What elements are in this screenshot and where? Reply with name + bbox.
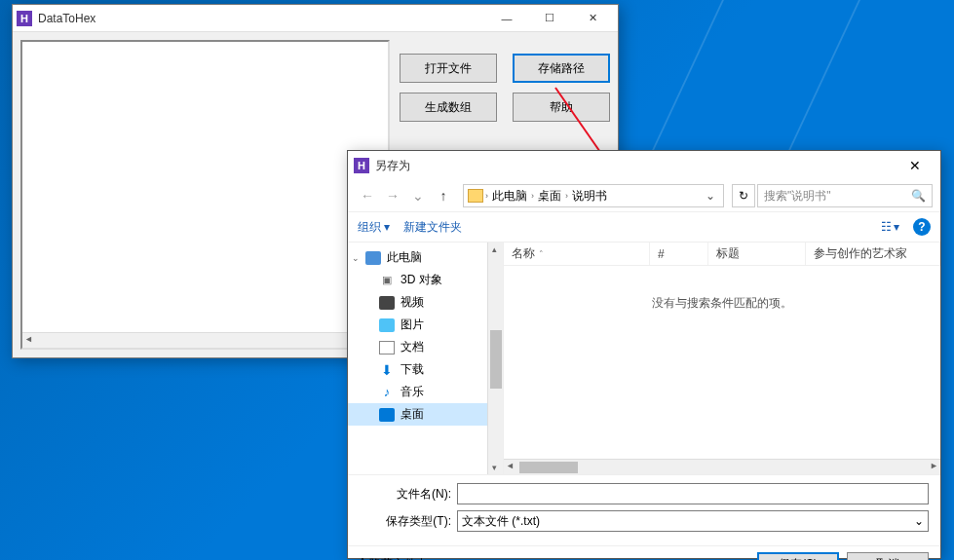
filename-input[interactable] bbox=[457, 483, 929, 504]
cancel-button[interactable]: 取消 bbox=[847, 552, 929, 560]
folder-icon bbox=[468, 189, 483, 203]
save-button[interactable]: 保存(S) bbox=[757, 552, 839, 560]
save-path-button[interactable]: 存储路径 bbox=[513, 54, 610, 83]
breadcrumb-root[interactable]: 此电脑 bbox=[490, 188, 529, 205]
dialog-titlebar[interactable]: H 另存为 ✕ bbox=[348, 151, 940, 180]
doc-icon bbox=[379, 341, 395, 355]
dialog-toolbar: 组织▾ 新建文件夹 ☷ ▾ ? bbox=[348, 211, 940, 243]
empty-message: 没有与搜索条件匹配的项。 bbox=[504, 266, 940, 341]
breadcrumb-dropdown[interactable]: ⌄ bbox=[702, 189, 719, 203]
breadcrumb-folder[interactable]: 说明书 bbox=[570, 188, 609, 205]
folder-tree[interactable]: ⌄此电脑▣3D 对象视频图片文档⬇下载♪音乐桌面 bbox=[348, 243, 504, 474]
chevron-right-icon: › bbox=[565, 191, 568, 201]
chevron-down-icon: ▾ bbox=[894, 220, 899, 234]
chevron-right-icon: › bbox=[485, 191, 488, 201]
filetype-select[interactable]: 文本文件 (*.txt) ⌄ bbox=[457, 510, 929, 532]
dialog-close-button[interactable]: ✕ bbox=[896, 152, 935, 179]
music-icon: ♪ bbox=[379, 386, 395, 399]
tree-scrollbar[interactable] bbox=[487, 243, 503, 474]
tree-item-label: 下载 bbox=[401, 361, 424, 378]
hide-folders-toggle[interactable]: ˄隐藏文件夹 bbox=[360, 556, 428, 561]
list-scrollbar[interactable] bbox=[504, 459, 940, 474]
pc-icon bbox=[365, 251, 381, 265]
refresh-button[interactable]: ↻ bbox=[732, 184, 755, 207]
tree-expand-icon[interactable]: ⌄ bbox=[352, 253, 360, 263]
tree-item-label: 桌面 bbox=[401, 406, 424, 423]
close-button[interactable]: ✕ bbox=[571, 5, 614, 32]
file-list[interactable]: 名称 ˄ # 标题 参与创作的艺术家 没有与搜索条件匹配的项。 bbox=[504, 243, 940, 474]
column-title[interactable]: 标题 bbox=[708, 243, 806, 265]
app-icon: H bbox=[17, 11, 32, 26]
forward-button[interactable]: → bbox=[381, 184, 404, 207]
tree-item-label: 此电脑 bbox=[387, 249, 422, 266]
text-area[interactable] bbox=[20, 40, 390, 350]
maximize-button[interactable]: ☐ bbox=[528, 5, 571, 32]
video-icon bbox=[379, 296, 395, 310]
dl-icon: ⬇ bbox=[379, 363, 395, 377]
breadcrumb[interactable]: › 此电脑 › 桌面 › 说明书 ⌄ bbox=[463, 184, 724, 207]
filename-label: 文件名(N): bbox=[360, 486, 457, 503]
tree-item-label: 视频 bbox=[401, 294, 424, 311]
new-folder-button[interactable]: 新建文件夹 bbox=[403, 219, 462, 236]
up-button[interactable]: ↑ bbox=[432, 184, 455, 207]
chevron-down-icon: ▾ bbox=[384, 220, 390, 234]
help-button[interactable]: 帮助 bbox=[513, 93, 610, 122]
cube-icon: ▣ bbox=[379, 274, 395, 287]
window-title: DataToHex bbox=[38, 12, 485, 25]
chevron-down-icon: ⌄ bbox=[914, 514, 924, 528]
tree-item-music[interactable]: ♪音乐 bbox=[348, 381, 503, 403]
organize-menu[interactable]: 组织▾ bbox=[358, 219, 390, 236]
pic-icon bbox=[379, 318, 395, 332]
breadcrumb-desktop[interactable]: 桌面 bbox=[536, 188, 563, 205]
view-options-button[interactable]: ☷ ▾ bbox=[881, 220, 899, 234]
search-input[interactable]: 搜索"说明书" 🔍 bbox=[757, 184, 933, 207]
horizontal-scrollbar[interactable] bbox=[22, 332, 388, 348]
generate-array-button[interactable]: 生成数组 bbox=[400, 93, 497, 122]
tree-item-label: 音乐 bbox=[401, 384, 424, 400]
filetype-label: 保存类型(T): bbox=[360, 513, 457, 530]
navigation-bar: ← → ⌄ ↑ › 此电脑 › 桌面 › 说明书 ⌄ ↻ 搜索"说明书" 🔍 bbox=[348, 180, 940, 211]
help-icon[interactable]: ? bbox=[913, 218, 931, 236]
column-artists[interactable]: 参与创作的艺术家 bbox=[806, 243, 940, 265]
tree-item-label: 3D 对象 bbox=[401, 272, 442, 288]
tree-item-doc[interactable]: 文档 bbox=[348, 336, 503, 358]
tree-item-pic[interactable]: 图片 bbox=[348, 314, 503, 336]
search-icon: 🔍 bbox=[911, 189, 926, 203]
dialog-title: 另存为 bbox=[375, 158, 896, 174]
tree-item-video[interactable]: 视频 bbox=[348, 291, 503, 314]
minimize-button[interactable]: — bbox=[485, 5, 528, 32]
tree-item-label: 图片 bbox=[401, 317, 424, 333]
open-file-button[interactable]: 打开文件 bbox=[400, 54, 497, 83]
desk-icon bbox=[379, 408, 395, 422]
column-number[interactable]: # bbox=[650, 243, 708, 265]
back-button[interactable]: ← bbox=[356, 184, 379, 207]
search-placeholder: 搜索"说明书" bbox=[764, 188, 831, 205]
dialog-icon: H bbox=[354, 158, 369, 173]
titlebar[interactable]: H DataToHex — ☐ ✕ bbox=[13, 5, 618, 32]
tree-item-cube[interactable]: ▣3D 对象 bbox=[348, 269, 503, 291]
column-headers[interactable]: 名称 ˄ # 标题 参与创作的艺术家 bbox=[504, 243, 940, 266]
tree-item-desk[interactable]: 桌面 bbox=[348, 403, 503, 426]
column-name[interactable]: 名称 ˄ bbox=[504, 243, 650, 265]
save-as-dialog: H 另存为 ✕ ← → ⌄ ↑ › 此电脑 › 桌面 › 说明书 ⌄ ↻ 搜索"… bbox=[347, 150, 941, 559]
tree-item-dl[interactable]: ⬇下载 bbox=[348, 358, 503, 381]
tree-item-label: 文档 bbox=[401, 339, 424, 355]
chevron-right-icon: › bbox=[531, 191, 534, 201]
recent-dropdown[interactable]: ⌄ bbox=[406, 184, 430, 207]
tree-item-pc[interactable]: ⌄此电脑 bbox=[348, 246, 503, 269]
